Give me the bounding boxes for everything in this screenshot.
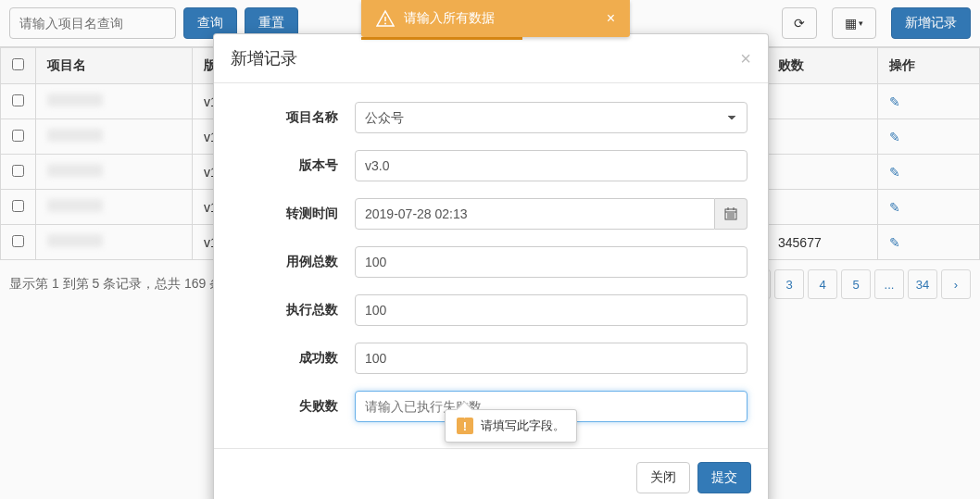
svg-point-9 bbox=[384, 23, 386, 25]
validation-message: 请填写此字段。 bbox=[481, 418, 565, 434]
modal-footer: 关闭 提交 bbox=[214, 448, 768, 499]
toast-close-button[interactable]: × bbox=[607, 10, 615, 27]
success-input[interactable] bbox=[355, 343, 748, 374]
toast-message: 请输入所有数据 bbox=[404, 10, 495, 27]
exclamation-icon: ! bbox=[457, 418, 473, 434]
time-input[interactable] bbox=[355, 198, 715, 230]
label-project: 项目名称 bbox=[234, 109, 355, 126]
label-total-cases: 用例总数 bbox=[234, 254, 355, 270]
warning-icon bbox=[376, 9, 395, 28]
modal-title: 新增记录 bbox=[231, 47, 297, 69]
total-cases-input[interactable] bbox=[355, 246, 748, 278]
modal-body: 项目名称 公众号 版本号 转测时间 bbox=[214, 83, 768, 448]
modal-close-button[interactable]: × bbox=[740, 48, 751, 69]
label-fail: 失败数 bbox=[234, 398, 355, 415]
modal-close-footer-button[interactable]: 关闭 bbox=[636, 462, 690, 493]
calendar-button[interactable] bbox=[715, 198, 748, 230]
submit-button[interactable]: 提交 bbox=[697, 462, 751, 493]
project-select[interactable]: 公众号 bbox=[355, 102, 748, 133]
validation-tooltip: ! 请填写此字段。 bbox=[445, 409, 577, 443]
calendar-icon bbox=[724, 207, 737, 220]
label-version: 版本号 bbox=[234, 157, 355, 174]
warning-toast: 请输入所有数据 × bbox=[361, 0, 630, 37]
label-exec-total: 执行总数 bbox=[234, 302, 355, 318]
toast-progress bbox=[361, 37, 522, 40]
version-input[interactable] bbox=[355, 150, 748, 181]
exec-total-input[interactable] bbox=[355, 294, 748, 326]
label-success: 成功数 bbox=[234, 350, 355, 367]
label-time: 转测时间 bbox=[234, 206, 355, 222]
modal-header: 新增记录 × bbox=[214, 34, 768, 83]
